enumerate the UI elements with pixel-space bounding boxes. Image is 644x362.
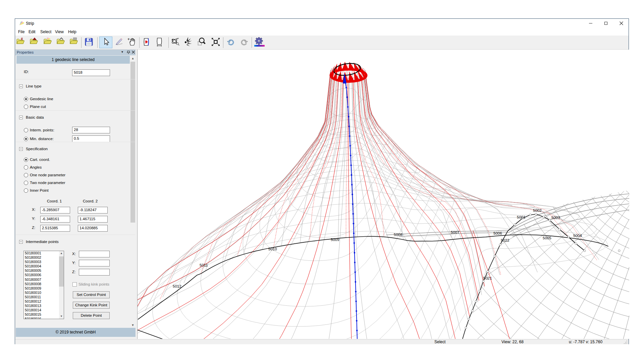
svg-text:5012: 5012 [173,284,181,288]
svg-text:5006: 5006 [493,231,502,235]
svg-text:5010: 5010 [268,247,277,251]
svg-text:5007: 5007 [451,230,460,234]
svg-text:5005: 5005 [543,236,551,240]
svg-text:5004: 5004 [573,234,582,238]
svg-text:+: + [127,37,130,42]
svg-text:#: # [21,37,23,41]
svg-text:5011: 5011 [200,263,208,267]
svg-text:5001: 5001 [517,215,526,219]
svg-text:5009: 5009 [331,238,339,242]
svg-text:5008: 5008 [394,233,402,237]
svg-text:5022: 5022 [501,238,509,242]
svg-text:5021: 5021 [483,276,492,280]
svg-text:5003: 5003 [551,216,560,220]
svg-text:5002: 5002 [533,208,542,213]
